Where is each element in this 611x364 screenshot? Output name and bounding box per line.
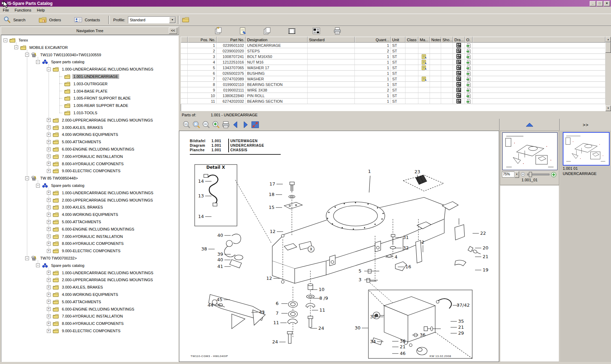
table-cell-part-row10[interactable]: 1380622840: [217, 93, 246, 99]
table-cell-ma-row7[interactable]: [418, 76, 430, 82]
material-note-icon[interactable]: [422, 54, 427, 59]
documents-icon[interactable]: [263, 27, 272, 35]
tree-item-7-000-hydraulic-installation[interactable]: +7.000-HYDRAULIC INSTALLATION: [47, 233, 124, 240]
zoom-in-icon[interactable]: [212, 121, 220, 129]
expand-icon[interactable]: +: [47, 154, 51, 158]
table-cell-sho-row9[interactable]: [441, 87, 453, 93]
table-cell-notes-row4[interactable]: [430, 59, 441, 65]
table-cell-qty-row6[interactable]: 1: [355, 71, 391, 76]
tree-item-label[interactable]: Terex: [17, 38, 29, 43]
tree-item-label[interactable]: 8.000-HYDRAULIC COMPONENTS: [61, 321, 125, 326]
tree-item-1-006-rear-support-blade[interactable]: 1.006-REAR SUPPORT BLADE: [58, 102, 129, 109]
table-cell-fill-row10[interactable]: [473, 93, 605, 99]
table-cell-sho-row5[interactable]: [441, 65, 453, 71]
tree-item-label[interactable]: TW110 TW01100340>TW01100559: [39, 52, 102, 57]
table-cell-part-row3[interactable]: 1008707241: [217, 54, 246, 59]
expand-icon[interactable]: +: [47, 271, 51, 275]
expand-icon[interactable]: +: [47, 322, 51, 326]
drawing-link-icon[interactable]: [457, 71, 461, 75]
table-cell-ma-row9[interactable]: [418, 87, 430, 93]
print-table-icon[interactable]: [333, 27, 342, 35]
expand-icon[interactable]: +: [47, 198, 51, 202]
column-header-qty[interactable]: Quant...: [355, 37, 391, 43]
tree-item-3-000-axles-brakes[interactable]: +3.000-AXLES, BRAKES: [47, 124, 104, 131]
material-note-icon[interactable]: [422, 60, 427, 65]
table-cell-ma-row6[interactable]: [418, 71, 430, 76]
table-cell-class-row8[interactable]: [405, 82, 418, 87]
tree-item-4-000-working-equipments[interactable]: +4.000-WORKING EQUIPMENTS: [47, 131, 119, 138]
order-doc-icon[interactable]: [466, 77, 471, 81]
tree-item-label[interactable]: 1.000-UNDERCARRIAGE INCLUDING MOUNTINGS: [61, 270, 154, 275]
collapse-icon[interactable]: −: [47, 67, 51, 71]
drawing-link-icon[interactable]: [457, 54, 461, 59]
order-doc-icon[interactable]: [466, 88, 471, 93]
previous-page-icon[interactable]: [231, 121, 240, 129]
table-cell-class-row1[interactable]: [405, 43, 418, 48]
menu-help[interactable]: Help: [34, 7, 48, 13]
expand-icon[interactable]: +: [47, 220, 51, 224]
table-cell-unit-row9[interactable]: ST: [391, 87, 405, 93]
table-cell-sel-row3[interactable]: [181, 54, 188, 59]
table-cell-des-row1[interactable]: UNDERCARRIAGE: [246, 43, 308, 48]
table-cell-part-row4[interactable]: 1212251016: [217, 59, 246, 65]
table-cell-dra-row7[interactable]: [453, 76, 465, 82]
column-header-pos[interactable]: Pos. No.: [188, 37, 217, 43]
expand-icon[interactable]: +: [47, 329, 51, 333]
table-cell-class-row6[interactable]: [405, 71, 418, 76]
tree-item-label[interactable]: 7.000-HYDRAULIC INSTALLATION: [61, 314, 124, 319]
tree-item-7-000-hydraulic-installation[interactable]: +7.000-HYDRAULIC INSTALLATION: [47, 153, 124, 160]
table-cell-des-row2[interactable]: STEPS: [246, 48, 308, 54]
open-folder-icon[interactable]: [182, 17, 190, 23]
tree-item-label[interactable]: 2.000-UPPERCARRIAGE INCLUDING MOUNTINGS: [61, 277, 154, 282]
tree-item-label[interactable]: 4.000-WORKING EQUIPMENTS: [61, 292, 119, 297]
table-cell-sho-row2[interactable]: [441, 48, 453, 54]
table-cell-ma-row10[interactable]: [418, 93, 430, 99]
expand-icon[interactable]: +: [47, 314, 51, 318]
table-cell-pos-row2[interactable]: 2: [188, 48, 217, 54]
table-cell-fill-row5[interactable]: [473, 65, 605, 71]
table-cell-dra-row11[interactable]: [453, 99, 465, 104]
expand-icon[interactable]: +: [47, 213, 51, 217]
tree-item-9-000-electric-components[interactable]: +9.000-ELECTRIC COMPONENTS: [47, 167, 121, 174]
order-doc-icon[interactable]: [466, 71, 471, 76]
table-cell-sho-row11[interactable]: [441, 99, 453, 104]
column-header-std[interactable]: Standard: [308, 37, 355, 43]
table-cell-o-row3[interactable]: [465, 54, 473, 59]
pages-panel-header[interactable]: >>: [560, 119, 611, 131]
collapse-icon[interactable]: −: [36, 184, 40, 188]
table-cell-unit-row8[interactable]: ST: [391, 82, 405, 87]
table-cell-sel-row5[interactable]: [181, 65, 188, 71]
print-diagram-icon[interactable]: [222, 121, 230, 129]
column-header-o[interactable]: O.: [465, 37, 473, 43]
tree-item-1-000-undercarriage-including-mountings[interactable]: +1.000-UNDERCARRIAGE INCLUDING MOUNTINGS: [47, 189, 154, 196]
table-cell-class-row5[interactable]: [405, 65, 418, 71]
order-doc-icon[interactable]: [466, 60, 471, 65]
table-cell-notes-row7[interactable]: [430, 76, 441, 82]
table-cell-o-row9[interactable]: [465, 87, 473, 93]
tree-item-5-000-attachments[interactable]: +5.000-ATTACHMENTS: [47, 218, 102, 225]
tree-item-label[interactable]: 1.005-FRONT SUPPORT BLADE: [72, 96, 132, 101]
table-cell-sel-row11[interactable]: [181, 99, 188, 104]
tree-item-3-000-axles-brakes[interactable]: +3.000-AXLES, BRAKES: [47, 204, 104, 211]
expand-icon[interactable]: +: [47, 242, 51, 246]
table-cell-o-row1[interactable]: [465, 43, 473, 48]
table-cell-std-row7[interactable]: [308, 76, 355, 82]
tree-item-mobile-excavator[interactable]: −MOBILE EXCAVATOR: [14, 44, 69, 51]
zoom-slider-handle[interactable]: [529, 172, 532, 177]
table-cell-pos-row11[interactable]: 11: [188, 99, 217, 104]
drawing-link-icon[interactable]: [457, 82, 461, 87]
table-cell-sho-row7[interactable]: [441, 76, 453, 82]
table-cell-ma-row2[interactable]: [418, 48, 430, 54]
expand-icon[interactable]: +: [47, 285, 51, 289]
expand-icon[interactable]: +: [47, 234, 51, 238]
table-cell-unit-row4[interactable]: ST: [391, 59, 405, 65]
order-doc-icon[interactable]: [466, 65, 471, 70]
table-cell-o-row2[interactable]: [465, 48, 473, 54]
tree-item-spare-parts-catalog[interactable]: −Spare parts catalog: [36, 262, 85, 269]
tree-item-label[interactable]: 6.000-ENGINE INCLUDING MOUNTINGS: [61, 227, 135, 232]
table-cell-part-row9[interactable]: 0199002111: [217, 87, 246, 93]
menu-functions[interactable]: Functions: [12, 7, 34, 13]
table-cell-ma-row8[interactable]: [418, 82, 430, 87]
table-cell-unit-row6[interactable]: ST: [391, 71, 405, 76]
collapse-icon[interactable]: −: [25, 176, 29, 180]
